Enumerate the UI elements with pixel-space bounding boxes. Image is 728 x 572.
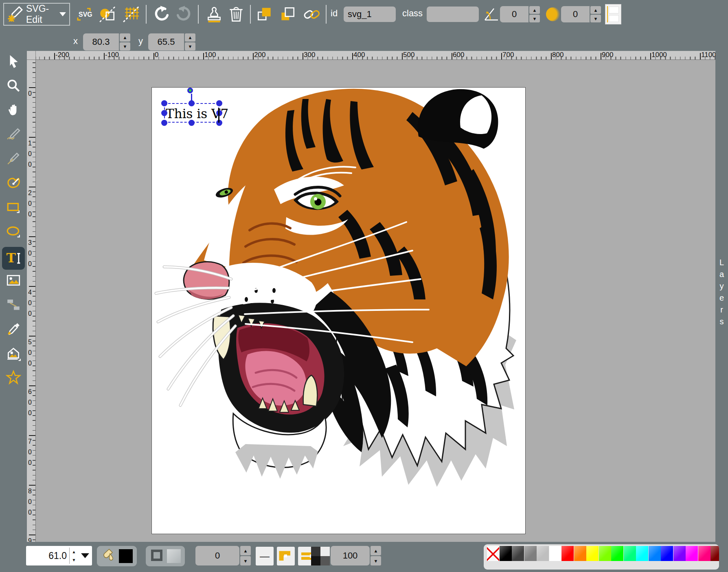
palette-swatch-ff0000[interactable] [561,546,574,561]
text-icon: T [5,250,22,267]
tool-pencil [4,125,22,143]
snap-grid-button[interactable] [121,4,141,24]
tool-text[interactable]: T [2,247,25,270]
tiger-artwork[interactable] [152,88,526,534]
palette-swatch-ff007f[interactable] [698,546,710,561]
zoom-step-down[interactable]: ▼ [70,556,78,564]
fill-color-swatch[interactable] [119,549,133,563]
rotate-handle[interactable] [187,88,193,93]
logo-pencil-icon [7,5,24,23]
stroke-width-input[interactable]: 0 [195,546,239,565]
palette-swatch-none[interactable] [487,546,499,561]
vruler-label: 8 0 0 [28,486,32,518]
tool-image[interactable] [4,271,22,289]
palette-swatch-ffff00[interactable] [586,546,599,561]
move-to-back-button[interactable] [278,4,297,24]
layers-panel-toggle[interactable]: L a y e r s [715,51,728,542]
align-bar-icon [607,6,608,22]
palette-swatch-0000ff[interactable] [661,546,673,561]
resize-handle-n[interactable] [189,100,195,106]
palette-swatch-00ff7f[interactable] [624,546,636,561]
y-step-down[interactable]: ▼ [185,42,195,51]
vruler-label: 6 0 0 [28,387,32,418]
resize-handle-nw[interactable] [161,100,167,106]
linejoin-button[interactable] [277,547,295,565]
wireframe-button[interactable] [98,4,117,24]
tool-ellipse[interactable] [4,223,22,241]
stroke-width-step-up[interactable]: ▲ [240,546,251,555]
blur-step-down[interactable]: ▼ [590,15,601,22]
palette-swatch-7fff00[interactable] [599,546,611,561]
resize-handle-w[interactable] [161,110,167,116]
move-to-front-button[interactable] [255,4,274,24]
palette-swatch-00ff00[interactable] [611,546,623,561]
blur-input[interactable]: 0 [561,6,590,22]
palette-swatch-007fff[interactable] [649,546,661,561]
stroke-style-button[interactable]: — [256,547,274,565]
palette-swatch-00ffff[interactable] [636,546,648,561]
tools-sidebar: T [0,51,27,542]
zoom-dropdown-button[interactable] [78,553,92,558]
y-position-input[interactable]: 65.5 [148,33,184,51]
resize-handle-s[interactable] [189,120,195,126]
x-label: x [73,36,78,46]
position-align-button[interactable] [605,4,621,24]
palette-swatch-ff7f00[interactable] [574,546,586,561]
tool-pan[interactable] [4,101,22,119]
opacity-preview[interactable] [311,547,330,565]
tool-select[interactable] [4,52,22,70]
svg-edit-application: SVG-Edit SVG [0,0,728,572]
zoom-input[interactable]: 61.0 [26,550,69,561]
palette-swatch-7f00ff[interactable] [673,546,686,561]
opacity-input[interactable]: 100 [331,546,370,565]
zoom-step-up[interactable]: ▲ [70,548,78,556]
y-label: y [138,36,143,46]
stroke-frame-icon [150,548,164,564]
palette-swatch-ff00ff[interactable] [686,546,698,561]
delete-button[interactable] [226,4,246,24]
workspace: -200-10001002003004005006007008009001000… [27,51,715,542]
undo-button[interactable] [151,4,171,24]
palette-swatch-7f0000[interactable] [710,546,719,561]
x-position-input[interactable]: 80.3 [83,33,119,51]
hruler-label: 1100 [701,51,715,59]
main-menu-button[interactable]: SVG-Edit [3,3,70,26]
hruler-label: 500 [403,51,414,59]
source-editor-button[interactable]: SVG [74,4,94,24]
rotation-step-down[interactable]: ▼ [529,15,540,22]
rotation-input[interactable]: 0 [500,6,528,22]
palette-swatch-000000[interactable] [500,546,512,561]
opacity-step-up[interactable]: ▲ [371,546,381,555]
tool-zoom[interactable] [4,77,22,95]
dropdown-caret-icon [81,553,89,558]
svg-canvas[interactable]: This is V7 [151,87,526,534]
tool-path[interactable] [4,174,22,192]
tool-eyedropper[interactable] [4,320,22,338]
hruler-label: 800 [552,51,564,59]
hruler-label: -100 [105,51,119,59]
make-link-button[interactable] [302,4,322,24]
stroke-width-step-down[interactable]: ▼ [240,556,251,565]
palette-swatch-3f3f3f[interactable] [512,546,524,561]
x-step-down[interactable]: ▼ [120,42,130,51]
rotation-step-up[interactable]: ▲ [529,6,540,14]
blur-step-up[interactable]: ▲ [590,6,601,14]
tool-rect[interactable] [4,198,22,216]
stroke-color-swatch[interactable] [167,549,181,563]
palette-swatch-ffffff[interactable] [549,546,561,561]
resize-handle-sw[interactable] [161,120,167,126]
element-id-input[interactable]: svg_1 [344,7,396,22]
opacity-step-down[interactable]: ▼ [371,556,381,565]
palette-swatch-7f7f7f[interactable] [524,546,537,561]
resize-handle-ne[interactable] [216,100,222,106]
palette-swatch-bfbfbf[interactable] [537,546,549,561]
y-step-up[interactable]: ▲ [185,33,195,42]
redo-button[interactable] [174,4,194,24]
x-step-up[interactable]: ▲ [120,33,130,42]
element-class-input[interactable] [427,7,479,22]
tool-shape-library[interactable] [4,345,22,363]
vruler-label: 0 [28,88,32,99]
tool-star[interactable] [4,369,22,387]
align-square-icon [609,15,619,22]
clone-button[interactable] [204,4,224,24]
